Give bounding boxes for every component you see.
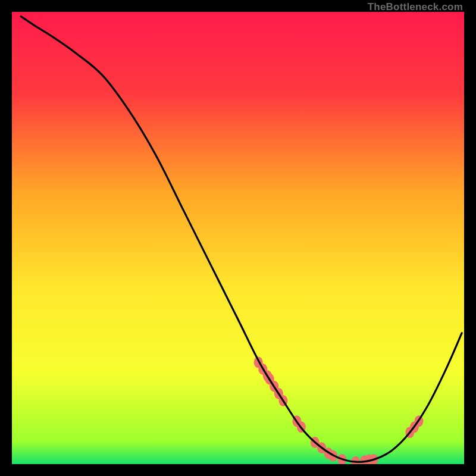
chart-frame: TheBottleneck.com	[12, 12, 464, 464]
watermark-text: TheBottleneck.com	[368, 1, 463, 13]
chart-background	[12, 12, 464, 464]
chart-svg	[12, 12, 464, 464]
